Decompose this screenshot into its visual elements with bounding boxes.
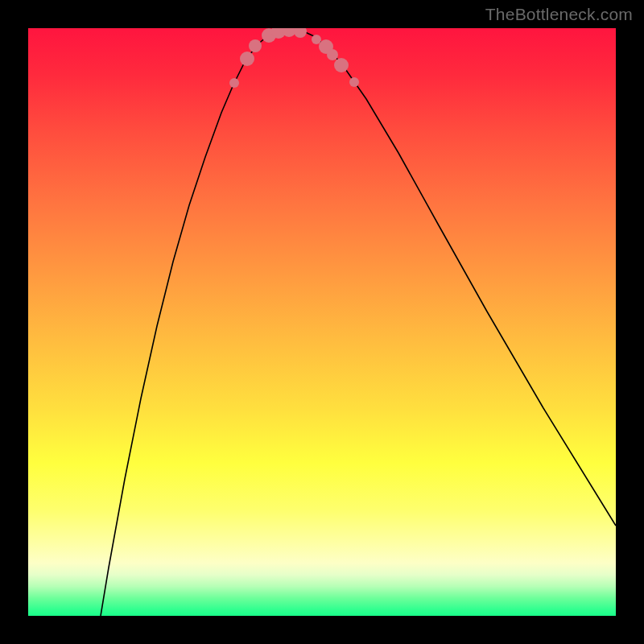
marker-group bbox=[229, 28, 359, 88]
marker-point bbox=[334, 58, 349, 72]
marker-point bbox=[349, 77, 359, 87]
bottleneck-curve bbox=[101, 29, 616, 616]
curve-svg bbox=[28, 28, 616, 616]
marker-point bbox=[327, 49, 338, 60]
marker-point bbox=[294, 28, 307, 38]
marker-point bbox=[240, 52, 254, 66]
marker-point bbox=[229, 78, 239, 88]
watermark-text: TheBottleneck.com bbox=[485, 5, 633, 24]
marker-point bbox=[249, 39, 262, 52]
marker-point bbox=[312, 35, 321, 44]
plot-area bbox=[28, 28, 616, 616]
